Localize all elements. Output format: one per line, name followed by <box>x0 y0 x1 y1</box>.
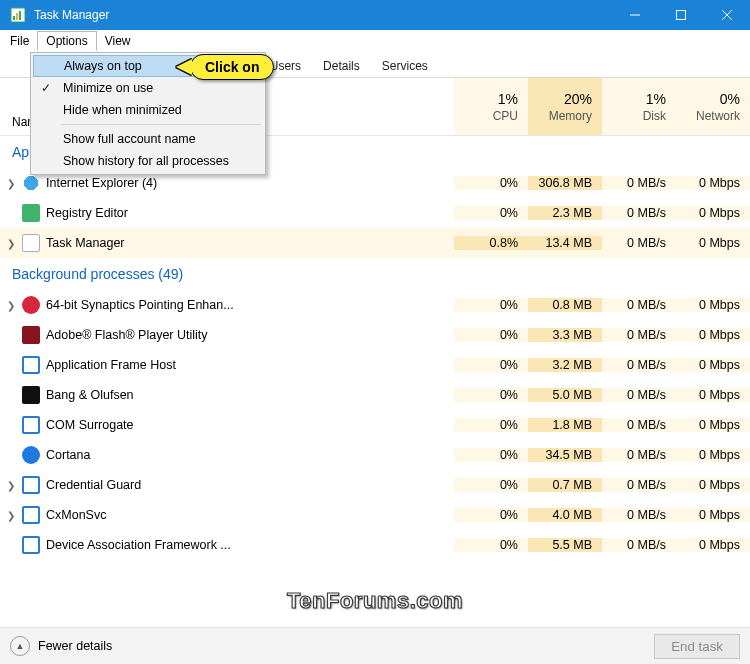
menu-options[interactable]: Options <box>37 31 96 51</box>
menu-item-label: Hide when minimized <box>63 103 182 117</box>
process-row[interactable]: Application Frame Host0%3.2 MB0 MB/s0 Mb… <box>0 350 750 380</box>
expand-icon[interactable]: ❯ <box>0 480 22 491</box>
menu-item[interactable]: ✓Minimize on use <box>33 77 263 99</box>
menu-item[interactable]: Show history for all processes <box>33 150 263 172</box>
process-row[interactable]: Registry Editor0%2.3 MB0 MB/s0 Mbps <box>0 198 750 228</box>
mem-cell: 5.5 MB <box>528 538 602 552</box>
cpu-cell: 0% <box>454 298 528 312</box>
process-icon <box>22 234 40 252</box>
process-row[interactable]: Adobe® Flash® Player Utility0%3.3 MB0 MB… <box>0 320 750 350</box>
net-cell: 0 Mbps <box>676 358 750 372</box>
process-name: Device Association Framework ... <box>46 538 454 552</box>
disk-cell: 0 MB/s <box>602 538 676 552</box>
process-icon <box>22 174 40 192</box>
net-cell: 0 Mbps <box>676 388 750 402</box>
cpu-cell: 0% <box>454 448 528 462</box>
mem-cell: 3.3 MB <box>528 328 602 342</box>
menu-file[interactable]: File <box>2 32 37 50</box>
net-cell: 0 Mbps <box>676 176 750 190</box>
tab-details[interactable]: Details <box>312 54 371 77</box>
menu-item[interactable]: Hide when minimized <box>33 99 263 121</box>
col-network[interactable]: 0% Network <box>676 78 750 135</box>
callout-tail-icon <box>176 59 192 75</box>
net-cell: 0 Mbps <box>676 418 750 432</box>
process-row[interactable]: ❯64-bit Synaptics Pointing Enhan...0%0.8… <box>0 290 750 320</box>
svg-rect-2 <box>16 13 18 20</box>
net-cell: 0 Mbps <box>676 206 750 220</box>
maximize-button[interactable] <box>658 0 704 30</box>
menu-view[interactable]: View <box>97 32 139 50</box>
disk-cell: 0 MB/s <box>602 358 676 372</box>
mem-cell: 0.8 MB <box>528 298 602 312</box>
process-row[interactable]: ❯Task Manager0.8%13.4 MB0 MB/s0 Mbps <box>0 228 750 258</box>
process-icon <box>22 536 40 554</box>
net-label: Network <box>676 109 740 123</box>
mem-cell: 4.0 MB <box>528 508 602 522</box>
process-row[interactable]: Device Association Framework ...0%5.5 MB… <box>0 530 750 560</box>
svg-rect-3 <box>19 11 21 20</box>
col-memory[interactable]: 20% Memory <box>528 78 602 135</box>
window-controls <box>612 0 750 30</box>
process-row[interactable]: ❯CxMonSvc0%4.0 MB0 MB/s0 Mbps <box>0 500 750 530</box>
mem-cell: 0.7 MB <box>528 478 602 492</box>
cpu-cell: 0% <box>454 388 528 402</box>
cpu-cell: 0% <box>454 206 528 220</box>
process-grid[interactable]: Apps (3)❯Internet Explorer (4)0%306.8 MB… <box>0 136 750 628</box>
col-disk[interactable]: 1% Disk <box>602 78 676 135</box>
tab-services[interactable]: Services <box>371 54 439 77</box>
mem-cell: 306.8 MB <box>528 176 602 190</box>
process-name: Internet Explorer (4) <box>46 176 454 190</box>
expand-icon[interactable]: ❯ <box>0 178 22 189</box>
mem-cell: 2.3 MB <box>528 206 602 220</box>
expand-icon[interactable]: ❯ <box>0 238 22 249</box>
titlebar: Task Manager <box>0 0 750 30</box>
process-name: Cortana <box>46 448 454 462</box>
cpu-cell: 0% <box>454 176 528 190</box>
disk-cell: 0 MB/s <box>602 298 676 312</box>
process-name: Bang & Olufsen <box>46 388 454 402</box>
mem-cell: 3.2 MB <box>528 358 602 372</box>
menu-item[interactable]: Show full account name <box>33 128 263 150</box>
close-button[interactable] <box>704 0 750 30</box>
process-icon <box>22 326 40 344</box>
process-name: CxMonSvc <box>46 508 454 522</box>
cpu-cell: 0% <box>454 538 528 552</box>
net-cell: 0 Mbps <box>676 236 750 250</box>
process-row[interactable]: Cortana0%34.5 MB0 MB/s0 Mbps <box>0 440 750 470</box>
cpu-cell: 0% <box>454 358 528 372</box>
disk-cell: 0 MB/s <box>602 176 676 190</box>
menu-separator <box>61 124 261 125</box>
process-name: Task Manager <box>46 236 454 250</box>
footer: ▲ Fewer details End task <box>0 628 750 664</box>
disk-cell: 0 MB/s <box>602 448 676 462</box>
process-icon <box>22 204 40 222</box>
process-icon <box>22 446 40 464</box>
process-name: COM Surrogate <box>46 418 454 432</box>
disk-pct: 1% <box>602 91 666 107</box>
fewer-details-button[interactable]: ▲ Fewer details <box>10 636 112 656</box>
menu-item-label: Show full account name <box>63 132 196 146</box>
net-cell: 0 Mbps <box>676 298 750 312</box>
expand-icon[interactable]: ❯ <box>0 300 22 311</box>
fewer-details-label: Fewer details <box>38 639 112 653</box>
group-header[interactable]: Background processes (49) <box>0 258 750 290</box>
net-cell: 0 Mbps <box>676 448 750 462</box>
col-cpu[interactable]: 1% CPU <box>454 78 528 135</box>
minimize-button[interactable] <box>612 0 658 30</box>
process-row[interactable]: ❯Credential Guard0%0.7 MB0 MB/s0 Mbps <box>0 470 750 500</box>
process-name: Application Frame Host <box>46 358 454 372</box>
process-row[interactable]: COM Surrogate0%1.8 MB0 MB/s0 Mbps <box>0 410 750 440</box>
menu-item-label: Always on top <box>64 59 142 73</box>
disk-cell: 0 MB/s <box>602 206 676 220</box>
mem-pct: 20% <box>528 91 592 107</box>
disk-cell: 0 MB/s <box>602 508 676 522</box>
process-name: 64-bit Synaptics Pointing Enhan... <box>46 298 454 312</box>
mem-cell: 5.0 MB <box>528 388 602 402</box>
cpu-cell: 0% <box>454 478 528 492</box>
check-icon: ✓ <box>41 81 51 95</box>
expand-icon[interactable]: ❯ <box>0 510 22 521</box>
process-row[interactable]: Bang & Olufsen0%5.0 MB0 MB/s0 Mbps <box>0 380 750 410</box>
process-icon <box>22 356 40 374</box>
cpu-cell: 0% <box>454 328 528 342</box>
end-task-button[interactable]: End task <box>654 634 740 659</box>
